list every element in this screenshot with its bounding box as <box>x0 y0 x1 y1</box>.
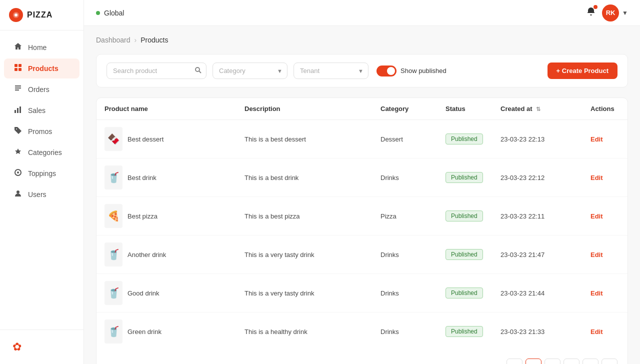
svg-rect-8 <box>20 106 21 113</box>
sidebar-item-users-label: Users <box>28 190 46 198</box>
product-status: Published <box>438 158 492 197</box>
sidebar-nav: Home Products Orders Sales Promos <box>0 30 84 330</box>
users-icon <box>13 190 23 200</box>
sidebar-item-orders[interactable]: Orders <box>4 80 80 100</box>
search-button[interactable] <box>190 62 206 79</box>
product-description: This is a best pizza <box>236 197 372 236</box>
table-body: 🍫Best dessertThis is a best dessertDesse… <box>96 120 628 351</box>
status-badge: Published <box>446 134 483 144</box>
flower-icon: ✿ <box>8 338 26 356</box>
col-header-created-at[interactable]: Created at ⇅ <box>492 98 582 120</box>
category-select[interactable]: Category Dessert Drinks Pizza <box>212 62 288 79</box>
product-image: 🍫 <box>104 127 122 151</box>
sidebar: PIZZA Home Products Orders Sales <box>0 0 84 364</box>
table-row: 🍕Best pizzaThis is a best pizzaPizzaPubl… <box>96 197 628 236</box>
col-header-status: Status <box>438 98 492 120</box>
category-select-wrap: Category Dessert Drinks Pizza ▼ <box>212 62 288 79</box>
pagination-next[interactable]: › <box>602 358 618 364</box>
table-header: Product name Description Category Status… <box>96 98 628 120</box>
edit-button[interactable]: Edit <box>590 251 603 258</box>
product-name: Green drink <box>128 328 162 336</box>
edit-button[interactable]: Edit <box>590 212 603 220</box>
toppings-icon <box>13 168 23 178</box>
sidebar-item-sales[interactable]: Sales <box>4 100 80 120</box>
product-actions: Edit <box>582 274 628 312</box>
svg-point-9 <box>17 172 19 174</box>
sidebar-item-promos-label: Promos <box>28 128 52 136</box>
product-created-at: 23-03-23 22:13 <box>492 120 582 158</box>
edit-button[interactable]: Edit <box>590 290 603 297</box>
product-status: Published <box>438 312 492 351</box>
product-created-at: 23-03-23 21:44 <box>492 274 582 312</box>
product-name: Another drink <box>128 251 166 258</box>
product-actions: Edit <box>582 236 628 274</box>
pagination-page-2[interactable]: 2 <box>544 358 560 364</box>
pagination-page-3[interactable]: 3 <box>564 358 580 364</box>
product-cell: 🥤Another drink <box>96 236 236 274</box>
show-published-label: Show published <box>400 67 446 74</box>
edit-button[interactable]: Edit <box>590 174 603 182</box>
product-actions: Edit <box>582 312 628 351</box>
sidebar-item-products-label: Products <box>28 64 58 72</box>
header: Global RK ▼ <box>84 0 640 26</box>
sidebar-item-promos[interactable]: Promos <box>4 122 80 142</box>
sidebar-item-home[interactable]: Home <box>4 38 80 58</box>
status-dot <box>96 11 100 15</box>
product-category: Pizza <box>372 197 438 236</box>
logo: PIZZA <box>0 0 84 30</box>
product-cell: 🥤Good drink <box>96 274 236 312</box>
product-image: 🍕 <box>104 204 122 228</box>
product-category: Drinks <box>372 236 438 274</box>
show-published-toggle-wrap: Show published <box>376 66 446 76</box>
product-description: This is a very tasty drink <box>236 236 372 274</box>
tenant-select-wrap: Tenant ▼ <box>294 62 368 79</box>
col-header-name: Product name <box>96 98 236 120</box>
chevron-down-icon: ▼ <box>622 10 628 16</box>
product-cell: 🥤Best drink <box>96 158 236 197</box>
show-published-toggle[interactable] <box>376 66 396 76</box>
col-header-category: Category <box>372 98 438 120</box>
user-menu-button[interactable]: RK ▼ <box>602 4 628 22</box>
sidebar-item-sales-label: Sales <box>28 106 46 114</box>
pagination-prev[interactable]: ‹ <box>506 358 522 364</box>
product-actions: Edit <box>582 197 628 236</box>
products-table: Product name Description Category Status… <box>96 98 628 350</box>
create-product-button[interactable]: + Create Product <box>548 62 618 79</box>
sidebar-item-users[interactable]: Users <box>4 184 80 204</box>
sidebar-item-products[interactable]: Products <box>4 58 80 78</box>
product-description: This is a best dessert <box>236 120 372 158</box>
product-description: This is a very tasty drink <box>236 274 372 312</box>
tenant-select[interactable]: Tenant <box>294 62 368 79</box>
categories-icon <box>13 148 23 158</box>
product-actions: Edit <box>582 158 628 197</box>
table-row: 🥤Best drinkThis is a best drinkDrinksPub… <box>96 158 628 197</box>
status-badge: Published <box>446 326 483 337</box>
table-row: 🥤Green drinkThis is a healthy drinkDrink… <box>96 312 628 351</box>
svg-rect-2 <box>14 64 18 67</box>
col-header-actions: Actions <box>582 98 628 120</box>
sales-icon <box>13 106 23 116</box>
product-name: Good drink <box>128 290 160 297</box>
sidebar-item-categories-label: Categories <box>28 148 62 156</box>
table-row: 🥤Good drinkThis is a very tasty drinkDri… <box>96 274 628 312</box>
table-row: 🍫Best dessertThis is a best dessertDesse… <box>96 120 628 158</box>
edit-button[interactable]: Edit <box>590 328 603 336</box>
pagination-page-1[interactable]: 1 <box>526 358 542 364</box>
sidebar-item-toppings-label: Toppings <box>28 170 56 178</box>
filter-bar: Category Dessert Drinks Pizza ▼ Tenant ▼… <box>96 54 628 88</box>
status-badge: Published <box>446 249 483 260</box>
product-image: 🥤 <box>104 320 122 344</box>
breadcrumb-dashboard[interactable]: Dashboard <box>96 36 130 44</box>
notifications-button[interactable] <box>586 6 596 19</box>
edit-button[interactable]: Edit <box>590 136 603 143</box>
pagination-page-4[interactable]: 4 <box>582 358 598 364</box>
svg-point-1 <box>14 14 18 16</box>
sidebar-item-orders-label: Orders <box>28 86 50 94</box>
col-header-description: Description <box>236 98 372 120</box>
product-name: Best drink <box>128 174 156 182</box>
svg-rect-7 <box>17 108 18 113</box>
logo-text: PIZZA <box>27 10 52 20</box>
toggle-knob <box>387 67 395 75</box>
sidebar-item-categories[interactable]: Categories <box>4 142 80 162</box>
sidebar-item-toppings[interactable]: Toppings <box>4 164 80 184</box>
